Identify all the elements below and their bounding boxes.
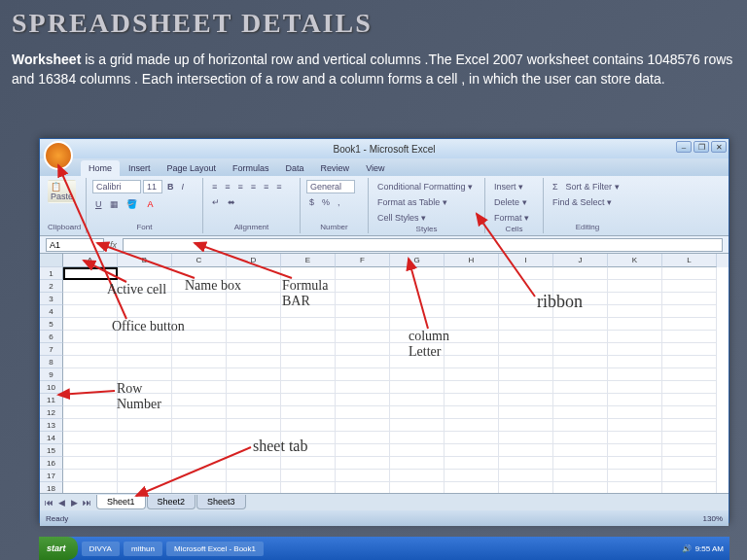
cell[interactable] (390, 356, 445, 368)
cell[interactable] (445, 343, 499, 356)
cell[interactable] (63, 444, 118, 457)
cell[interactable] (227, 293, 281, 305)
row-header[interactable]: 9 (40, 368, 63, 381)
cell[interactable] (118, 432, 172, 444)
formula-bar[interactable] (123, 238, 723, 252)
cell[interactable] (499, 444, 553, 457)
cell[interactable] (445, 394, 499, 406)
cell[interactable] (445, 331, 499, 343)
cell[interactable] (63, 267, 118, 280)
cell[interactable] (281, 444, 336, 457)
minimize-button[interactable]: – (676, 141, 692, 153)
cell[interactable] (553, 331, 608, 343)
cell[interactable] (553, 394, 608, 406)
tab-home[interactable]: Home (81, 160, 120, 176)
font-size-select[interactable]: 11 (143, 180, 162, 193)
cell[interactable] (553, 318, 608, 331)
cell[interactable] (662, 482, 717, 493)
cell[interactable] (445, 419, 499, 432)
cell[interactable] (336, 457, 390, 470)
cell[interactable] (172, 482, 227, 493)
font-name-select[interactable]: Calibri (92, 180, 141, 193)
col-header[interactable]: A (63, 254, 118, 267)
cell[interactable] (63, 293, 118, 305)
merge-button[interactable]: ⬌ (225, 195, 238, 209)
cell[interactable] (390, 331, 445, 343)
cell[interactable] (281, 406, 336, 419)
cell[interactable] (118, 444, 172, 457)
cell[interactable] (227, 331, 281, 343)
cell[interactable] (499, 331, 553, 343)
cell[interactable] (281, 267, 336, 280)
insert-cells[interactable]: Insert ▾ (491, 180, 526, 193)
cell[interactable] (336, 267, 390, 280)
align-top[interactable]: ≡ (209, 180, 220, 193)
cell[interactable] (63, 343, 118, 356)
cell[interactable] (662, 419, 717, 432)
taskbar-item[interactable]: Microsoft Excel - Book1 (166, 542, 264, 556)
cell[interactable] (553, 406, 608, 419)
cell[interactable] (445, 280, 499, 293)
sheet-tab-1[interactable]: Sheet1 (96, 495, 146, 509)
sheet-tab-2[interactable]: Sheet2 (147, 495, 196, 509)
cell[interactable] (445, 293, 499, 305)
row-header[interactable]: 16 (40, 457, 63, 470)
cell[interactable] (553, 280, 608, 293)
align-right[interactable]: ≡ (273, 180, 284, 193)
cell[interactable] (336, 482, 390, 493)
cell[interactable] (336, 444, 390, 457)
cell[interactable] (608, 394, 662, 406)
cell[interactable] (499, 457, 553, 470)
cell[interactable] (553, 368, 608, 381)
cell[interactable] (281, 318, 336, 331)
cell[interactable] (553, 305, 608, 318)
find-select[interactable]: Find & Select ▾ (550, 195, 615, 209)
cell[interactable] (390, 419, 445, 432)
cell[interactable] (172, 470, 227, 482)
cell[interactable] (445, 470, 499, 482)
cell[interactable] (118, 305, 172, 318)
cell[interactable] (281, 432, 336, 444)
tab-data[interactable]: Data (278, 160, 312, 176)
cell[interactable] (553, 432, 608, 444)
cell[interactable] (662, 293, 717, 305)
col-header[interactable]: B (118, 254, 172, 267)
conditional-formatting[interactable]: Conditional Formatting ▾ (374, 180, 476, 193)
zoom-level[interactable]: 130% (703, 514, 723, 523)
cell[interactable] (63, 457, 118, 470)
cell[interactable] (172, 318, 227, 331)
row-header[interactable]: 6 (40, 331, 63, 343)
cell[interactable] (553, 482, 608, 493)
cell[interactable] (227, 432, 281, 444)
cell[interactable] (63, 280, 118, 293)
col-header[interactable]: G (390, 254, 445, 267)
sheet-nav-prev-icon[interactable]: ◀ (55, 498, 67, 508)
cell[interactable] (172, 406, 227, 419)
cell[interactable] (390, 406, 445, 419)
cell[interactable] (172, 331, 227, 343)
tab-review[interactable]: Review (313, 160, 358, 176)
cell[interactable] (227, 343, 281, 356)
cell[interactable] (662, 406, 717, 419)
cell[interactable] (118, 381, 172, 394)
cell[interactable] (445, 318, 499, 331)
taskbar-item[interactable]: DIVYA (82, 542, 120, 556)
comma-button[interactable]: , (335, 195, 343, 209)
cell[interactable] (63, 381, 118, 394)
font-color-button[interactable]: A (142, 195, 160, 213)
percent-button[interactable]: % (319, 195, 333, 209)
cell[interactable] (63, 470, 118, 482)
sheet-nav-next-icon[interactable]: ▶ (68, 498, 80, 508)
cell[interactable] (172, 267, 227, 280)
cell[interactable] (499, 280, 553, 293)
cell[interactable] (281, 419, 336, 432)
cell[interactable] (63, 368, 118, 381)
select-all-corner[interactable] (40, 254, 63, 267)
delete-cells[interactable]: Delete ▾ (491, 195, 530, 209)
cell[interactable] (281, 381, 336, 394)
tab-page-layout[interactable]: Page Layout (160, 160, 225, 176)
cell[interactable] (662, 267, 717, 280)
cell[interactable] (390, 381, 445, 394)
cell[interactable] (336, 280, 390, 293)
cell[interactable] (336, 381, 390, 394)
